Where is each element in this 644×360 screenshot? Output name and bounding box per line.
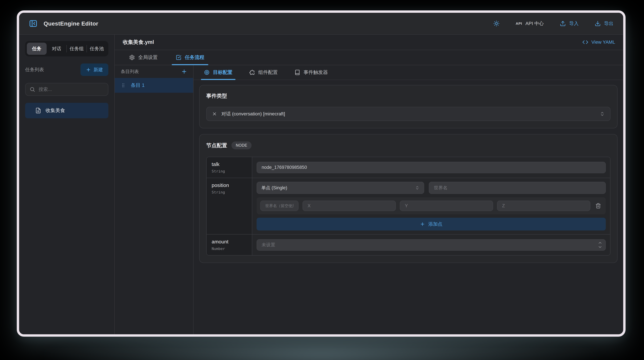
field-row-talk: talk String [206, 157, 610, 178]
sidebar-tab-task-groups[interactable]: 任务组 [67, 43, 86, 55]
file-icon [35, 107, 41, 114]
clear-icon[interactable] [212, 111, 217, 116]
field-row-position: position String 单点 (Single) [206, 178, 610, 235]
node-config-card: 节点配置 NODE talk String [199, 134, 618, 263]
entry-list-header: 条目列表 [115, 65, 193, 78]
view-yaml-label: View YAML [591, 40, 615, 45]
tab-global-settings[interactable]: 全局设置 [125, 50, 162, 65]
download-icon [595, 21, 601, 27]
trash-icon [595, 203, 601, 209]
add-point-label: 添加点 [428, 221, 442, 227]
field-name: amount [212, 239, 247, 245]
field-type: String [212, 169, 247, 173]
field-name: talk [212, 161, 247, 167]
search-input[interactable] [25, 83, 108, 96]
node-fields-table: talk String [206, 157, 610, 256]
event-type-card: 事件类型 对话 (conversation) [minecraft] [199, 85, 618, 128]
sidebar-tab-task-pools[interactable]: 任务池 [87, 43, 107, 55]
tab-task-flow[interactable]: 任务流程 [172, 50, 208, 65]
export-label: 导出 [604, 20, 614, 27]
api-center-label: API 中心 [526, 20, 544, 27]
drag-handle-icon[interactable] [121, 83, 126, 88]
new-task-label: 新建 [94, 67, 103, 73]
sidebar: 任务 对话 任务组 任务池 任务列表 新建 [19, 35, 115, 334]
export-button[interactable]: 导出 [595, 20, 614, 27]
task-search [25, 83, 108, 96]
tab-event-triggers[interactable]: 事件触发器 [292, 65, 331, 80]
tab-goal-config-label: 目标配置 [213, 69, 232, 76]
point-y-input[interactable] [400, 201, 493, 211]
field-name: position [212, 183, 247, 188]
field-row-amount: amount Number [206, 235, 610, 255]
field-type: String [212, 190, 247, 194]
point-editor-row [256, 197, 606, 214]
import-button[interactable]: 导入 [560, 20, 578, 27]
event-type-title: 事件类型 [206, 92, 227, 99]
plus-icon [420, 222, 425, 227]
add-entry-button[interactable] [181, 69, 187, 75]
entry-list-title: 条目列表 [121, 69, 139, 75]
code-icon [582, 39, 588, 45]
position-mode-value: 单点 (Single) [261, 185, 287, 191]
tab-task-flow-label: 任务流程 [185, 54, 204, 61]
detail-tabs: 目标配置 组件配置 事件触发器 [194, 65, 623, 80]
node-config-title: 节点配置 [206, 142, 227, 149]
tab-component-config-label: 组件配置 [258, 69, 278, 76]
sidebar-tab-tasks[interactable]: 任务 [27, 43, 46, 55]
tab-component-config[interactable]: 组件配置 [246, 65, 281, 80]
chevrons-up-down-icon [600, 111, 605, 116]
point-world-input[interactable] [260, 201, 298, 211]
task-list-label: 任务列表 [25, 67, 44, 73]
book-icon [294, 70, 300, 75]
field-label-cell: position String [206, 178, 252, 234]
sidebar-tab-dialogs[interactable]: 对话 [46, 43, 66, 55]
tab-event-triggers-label: 事件触发器 [304, 69, 328, 76]
api-icon: API [516, 22, 522, 26]
entry-list-panel: 条目列表 条目 1 [115, 65, 194, 334]
field-type: Number [212, 247, 247, 251]
node-badge: NODE [232, 141, 252, 149]
main-tabs: 全局设置 任务流程 [115, 50, 623, 65]
upload-icon [560, 21, 566, 27]
position-mode-select[interactable]: 单点 (Single) [256, 182, 424, 194]
event-type-select[interactable]: 对话 (conversation) [minecraft] [206, 107, 610, 121]
point-x-input[interactable] [302, 201, 396, 211]
panel-left-logo-icon [29, 19, 38, 28]
file-name: 收集美食.yml [123, 39, 154, 46]
check-square-icon [176, 55, 182, 60]
field-label-cell: amount Number [206, 235, 252, 255]
view-yaml-button[interactable]: View YAML [582, 39, 615, 45]
entry-item-label: 条目 1 [131, 82, 144, 89]
add-point-button[interactable]: 添加点 [256, 218, 606, 231]
puzzle-icon [249, 70, 255, 75]
amount-input[interactable] [256, 239, 606, 251]
task-list-header: 任务列表 新建 [25, 64, 108, 76]
event-type-value: 对话 (conversation) [minecraft] [221, 111, 285, 117]
search-icon [30, 87, 35, 92]
file-header: 收集美食.yml View YAML [115, 35, 623, 50]
task-item-label: 收集美食 [46, 107, 65, 114]
target-icon [204, 70, 210, 75]
api-center-button[interactable]: API API 中心 [516, 20, 544, 27]
plus-icon [86, 67, 91, 72]
field-label-cell: talk String [206, 157, 252, 178]
task-list-item[interactable]: 收集美食 [25, 103, 108, 118]
point-z-input[interactable] [497, 201, 590, 211]
new-task-button[interactable]: 新建 [80, 64, 108, 76]
tab-global-settings-label: 全局设置 [138, 54, 158, 61]
gear-icon [129, 55, 135, 60]
titlebar: QuestEngine Editor API API 中心 导入 [19, 13, 623, 35]
detail-panel: 目标配置 组件配置 事件触发器 [194, 65, 623, 334]
entry-list-item[interactable]: 条目 1 [115, 78, 193, 93]
titlebar-actions: API API 中心 导入 导出 [493, 20, 614, 27]
number-stepper[interactable] [598, 241, 602, 249]
talk-input[interactable] [256, 162, 606, 173]
world-name-input[interactable] [429, 182, 606, 194]
app-title: QuestEngine Editor [44, 20, 98, 27]
delete-point-button[interactable] [594, 202, 602, 210]
main-panel: 收集美食.yml View YAML 全局设置 [115, 35, 623, 334]
chevrons-up-down-icon [415, 186, 420, 190]
theme-toggle-button[interactable] [493, 20, 500, 27]
tab-goal-config[interactable]: 目标配置 [201, 65, 236, 80]
import-label: 导入 [569, 20, 578, 27]
